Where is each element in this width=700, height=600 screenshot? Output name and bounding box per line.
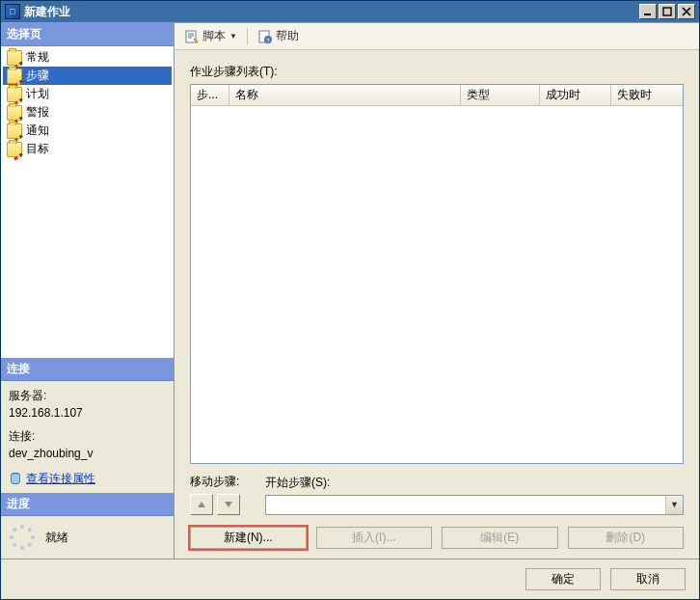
move-step-label: 移动步骤: (190, 474, 240, 490)
col-step[interactable]: 步... (191, 85, 229, 105)
col-type[interactable]: 类型 (461, 85, 540, 105)
help-label: 帮助 (276, 28, 299, 44)
left-pane: 选择页 常规 步骤 计划 警报 (1, 23, 175, 559)
conn-label: 连接: (9, 427, 166, 445)
nav-label: 警报 (26, 104, 49, 121)
nav-item-steps[interactable]: 步骤 (3, 67, 172, 85)
progress-spinner-icon (9, 524, 36, 551)
close-button[interactable] (678, 4, 695, 19)
step-action-buttons: 新建(N)... 插入(I)... 编辑(E) 删除(D) (190, 527, 684, 549)
select-page-heading: 选择页 (1, 23, 174, 46)
help-button[interactable]: ? 帮助 (254, 26, 303, 46)
script-icon (184, 29, 200, 44)
col-success[interactable]: 成功时 (540, 85, 611, 105)
start-step-value (266, 496, 665, 514)
chevron-down-icon: ▼ (229, 32, 237, 41)
progress-status: 就绪 (45, 530, 68, 546)
toolbar: 脚本 ▼ ? 帮助 (175, 23, 699, 50)
nav-item-alerts[interactable]: 警报 (3, 103, 172, 122)
job-step-listview[interactable]: 步... 名称 类型 成功时 失败时 (190, 84, 684, 464)
nav-item-schedule[interactable]: 计划 (3, 85, 172, 103)
listview-body[interactable] (191, 106, 683, 463)
arrow-down-icon (224, 500, 233, 509)
conn-value: dev_zhoubing_v (9, 445, 166, 462)
server-label: 服务器: (9, 387, 166, 404)
minimize-button[interactable] (639, 4, 657, 19)
edit-step-button[interactable]: 编辑(E) (442, 527, 558, 549)
cancel-button[interactable]: 取消 (610, 568, 686, 590)
start-step-group: 开始步骤(S): ▼ (265, 475, 684, 515)
new-job-dialog: □ 新建作业 选择页 常规 步骤 计划 (0, 0, 700, 600)
chevron-down-icon[interactable]: ▼ (665, 496, 683, 514)
move-group: 移动步骤: (190, 474, 240, 515)
maximize-button[interactable] (659, 4, 676, 19)
arrow-up-icon (197, 500, 206, 509)
nav-label: 目标 (26, 141, 49, 157)
help-icon: ? (257, 29, 273, 44)
move-row: 移动步骤: 开始步骤(S): (190, 474, 684, 515)
nav-label: 常规 (26, 49, 49, 66)
nav-label: 步骤 (26, 68, 49, 84)
nav-item-notifications[interactable]: 通知 (3, 122, 172, 140)
insert-step-button[interactable]: 插入(I)... (316, 527, 433, 549)
steps-page: 作业步骤列表(T): 步... 名称 类型 成功时 失败时 移动步骤: (175, 50, 699, 559)
listview-header: 步... 名称 类型 成功时 失败时 (191, 85, 683, 106)
connection-info: 服务器: 192.168.1.107 连接: dev_zhoubing_v 查看… (1, 381, 174, 493)
toolbar-separator (247, 28, 248, 45)
step-list-label: 作业步骤列表(T): (190, 64, 684, 80)
delete-step-button[interactable]: 删除(D) (568, 527, 685, 549)
start-step-label: 开始步骤(S): (265, 475, 684, 491)
move-down-button[interactable] (217, 494, 240, 515)
progress-heading: 进度 (1, 493, 174, 516)
page-icon (7, 50, 22, 66)
server-value: 192.168.1.107 (9, 404, 166, 422)
content: 选择页 常规 步骤 计划 警报 (1, 22, 699, 559)
view-connection-properties-link[interactable]: 查看连接属性 (26, 470, 95, 487)
app-icon: □ (5, 4, 20, 19)
ok-button[interactable]: 确定 (525, 568, 601, 590)
col-fail[interactable]: 失败时 (611, 85, 683, 105)
new-step-button[interactable]: 新建(N)... (190, 527, 307, 549)
script-dropdown[interactable]: 脚本 ▼ (180, 26, 241, 46)
page-icon (7, 68, 22, 84)
nav-item-targets[interactable]: 目标 (3, 140, 172, 158)
page-icon (7, 87, 22, 102)
move-up-button[interactable] (190, 494, 213, 515)
svg-rect-3 (186, 31, 196, 42)
connection-heading: 连接 (1, 358, 174, 381)
nav-label: 通知 (26, 123, 49, 139)
script-label: 脚本 (202, 28, 226, 44)
svg-rect-1 (663, 8, 671, 15)
col-name[interactable]: 名称 (229, 85, 461, 105)
database-icon (9, 472, 22, 485)
right-pane: 脚本 ▼ ? 帮助 作业步骤列表(T): 步... 名称 类 (175, 23, 699, 559)
nav-label: 计划 (26, 86, 49, 102)
svg-rect-0 (644, 14, 651, 15)
titlebar[interactable]: □ 新建作业 (1, 1, 699, 22)
progress-block: 就绪 (1, 516, 174, 559)
page-icon (7, 105, 22, 121)
page-icon (7, 142, 22, 157)
nav-item-general[interactable]: 常规 (3, 48, 172, 67)
page-icon (7, 123, 22, 139)
start-step-combo[interactable]: ▼ (265, 495, 684, 515)
dialog-footer: 确定 取消 (1, 559, 699, 599)
page-nav: 常规 步骤 计划 警报 通知 (1, 46, 174, 358)
window-title: 新建作业 (24, 4, 70, 20)
